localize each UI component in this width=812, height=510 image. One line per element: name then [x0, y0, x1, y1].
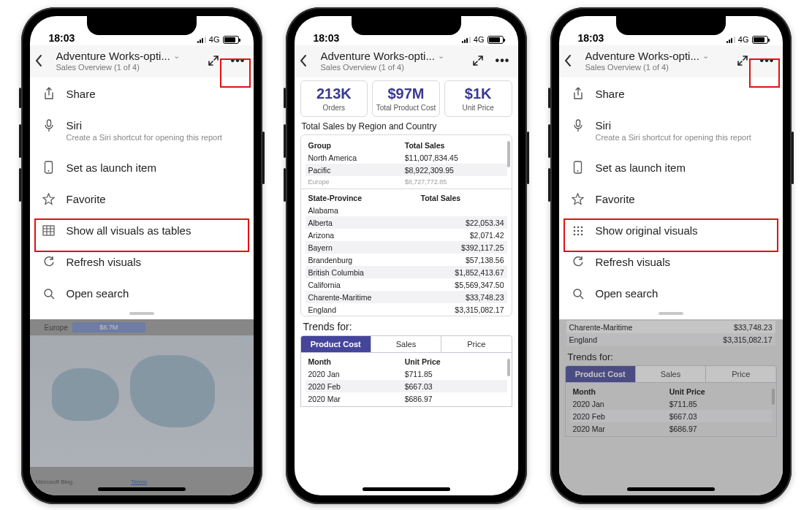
kpi-label: Total Product Cost	[374, 104, 438, 112]
table-row[interactable]: British Columbia$1,852,413.67	[306, 266, 507, 278]
menu-favorite[interactable]: Favorite	[30, 183, 254, 215]
tab-price[interactable]: Price	[441, 336, 511, 352]
menu-share[interactable]: Share	[30, 77, 254, 110]
phone-middle: 18:03 4G Adventure Works-opti... ⌄ Sales…	[286, 7, 527, 504]
menu-label: Show original visuals	[596, 224, 698, 237]
share-icon	[42, 87, 56, 100]
menu-label: Share	[67, 88, 96, 100]
tab-sales[interactable]: Sales	[371, 336, 441, 352]
header-title[interactable]: Adventure Works-opti...	[321, 50, 435, 62]
network-label: 4G	[738, 35, 749, 44]
header-subtitle: Sales Overview (1 of 4)	[585, 63, 729, 72]
trends-tabs: Product Cost Sales Price	[300, 335, 512, 353]
menu-siri[interactable]: Siri Create a Siri shortcut for opening …	[559, 110, 783, 151]
table-row[interactable]: North America$11,007,834.45	[306, 151, 507, 164]
menu-label: Favorite	[596, 193, 635, 205]
table-row[interactable]: Bayern$392,117.25	[306, 241, 507, 254]
table-row[interactable]: 2020 Mar$686.97	[306, 392, 507, 405]
signal-icon	[197, 36, 206, 43]
kpi-card[interactable]: 213K Orders	[300, 80, 368, 117]
menu-search[interactable]: Open search	[30, 278, 254, 309]
expand-button[interactable]	[202, 50, 224, 72]
phone-right: 18:03 4G Adventure Works-opti... ⌄ Sales…	[550, 7, 792, 504]
menu-label: Refresh visuals	[67, 256, 142, 268]
svg-rect-0	[47, 120, 50, 126]
header-subtitle: Sales Overview (1 of 4)	[56, 63, 200, 72]
status-time: 18:03	[49, 32, 75, 44]
more-button[interactable]: •••	[756, 50, 778, 72]
col-header: Total Sales	[402, 140, 507, 151]
back-button[interactable]	[34, 54, 53, 67]
table-row[interactable]: Alabama	[306, 204, 507, 216]
header-title[interactable]: Adventure Works-opti...	[56, 50, 170, 62]
kpi-value: 213K	[303, 85, 366, 102]
more-button[interactable]: •••	[492, 50, 514, 72]
overflow-menu: Share Siri Create a Siri shortcut for op…	[559, 77, 783, 319]
search-icon	[42, 288, 56, 300]
menu-favorite[interactable]: Favorite	[559, 183, 783, 215]
table-row[interactable]: Brandenburg$57,138.56	[306, 254, 507, 266]
scroll-indicator[interactable]	[507, 359, 510, 376]
dimmed-report-bg: Europe $8.7M Microsoft Bing Terms	[30, 319, 254, 495]
svg-point-9	[577, 226, 579, 228]
menu-label: Share	[596, 88, 625, 100]
table-row[interactable]: England$3,315,082.17	[306, 303, 507, 316]
state-table: State-ProvinceTotal Sales Alabama Albert…	[306, 192, 507, 316]
menu-show-tables[interactable]: Show all visuals as tables	[30, 215, 254, 246]
table-icon	[42, 225, 56, 236]
back-button[interactable]	[299, 54, 318, 67]
menu-launch[interactable]: Set as launch item	[30, 151, 254, 183]
expand-button[interactable]	[732, 50, 754, 72]
menu-launch[interactable]: Set as launch item	[559, 151, 783, 183]
table-row[interactable]: Europe$8,727,772.85	[306, 176, 507, 187]
kpi-label: Orders	[303, 104, 366, 112]
col-header: Total Sales	[418, 192, 507, 204]
menu-share[interactable]: Share	[559, 77, 783, 110]
svg-point-4	[45, 289, 52, 297]
chevron-down-icon: ⌄	[173, 51, 180, 61]
trends-table-card[interactable]: MonthUnit Price 2020 Jan$711.85 2020 Feb…	[300, 353, 512, 407]
kpi-value: $97M	[374, 85, 438, 102]
star-icon	[42, 193, 56, 205]
back-button[interactable]	[564, 54, 583, 67]
menu-label: Open search	[596, 287, 659, 300]
kpi-label: Unit Price	[447, 104, 510, 112]
tab-product-cost[interactable]: Product Cost	[301, 336, 371, 352]
region-table-card[interactable]: GroupTotal Sales North America$11,007,83…	[300, 134, 512, 316]
col-header: Group	[306, 140, 402, 151]
microphone-icon	[571, 119, 585, 132]
header-title[interactable]: Adventure Works-opti...	[585, 50, 699, 62]
menu-label: Refresh visuals	[596, 256, 671, 268]
status-time: 18:03	[314, 32, 340, 44]
table-row[interactable]: 2020 Jan$711.85	[306, 368, 507, 380]
refresh-icon	[571, 256, 585, 268]
refresh-icon	[42, 256, 56, 268]
menu-refresh[interactable]: Refresh visuals	[30, 246, 254, 278]
menu-siri[interactable]: Siri Create a Siri shortcut for opening …	[30, 110, 254, 151]
app-header: Adventure Works-opti... ⌄ Sales Overview…	[559, 45, 783, 77]
more-button[interactable]: •••	[227, 50, 249, 72]
table-row[interactable]: California$5,569,347.50	[306, 278, 507, 291]
menu-show-original[interactable]: Show original visuals	[559, 215, 783, 246]
menu-label: Siri	[67, 119, 222, 132]
expand-button[interactable]	[467, 50, 489, 72]
svg-point-7	[577, 170, 579, 172]
kpi-card[interactable]: $1K Unit Price	[444, 80, 512, 117]
table-row[interactable]: Alberta$22,053.34	[306, 216, 507, 229]
menu-search[interactable]: Open search	[559, 278, 783, 309]
app-header: Adventure Works-opti... ⌄ Sales Overview…	[30, 45, 254, 77]
trends-title: Trends for:	[303, 321, 512, 332]
menu-label: Set as launch item	[67, 161, 156, 174]
kpi-card[interactable]: $97M Total Product Cost	[372, 80, 440, 117]
table-row[interactable]: Charente-Maritime$33,748.23	[306, 291, 507, 303]
table-row[interactable]: Pacific$8,922,309.95	[306, 164, 507, 176]
table-row[interactable]: Arizona$2,071.42	[306, 229, 507, 241]
menu-refresh[interactable]: Refresh visuals	[559, 246, 783, 278]
menu-sublabel: Create a Siri shortcut for opening this …	[596, 133, 751, 142]
col-header: Month	[306, 356, 402, 368]
network-label: 4G	[474, 35, 485, 44]
overflow-menu: Share Siri Create a Siri shortcut for op…	[30, 77, 254, 319]
scroll-indicator[interactable]	[507, 141, 510, 167]
table-row[interactable]: 2020 Feb$667.03	[306, 380, 507, 392]
chevron-down-icon: ⌄	[702, 51, 709, 61]
